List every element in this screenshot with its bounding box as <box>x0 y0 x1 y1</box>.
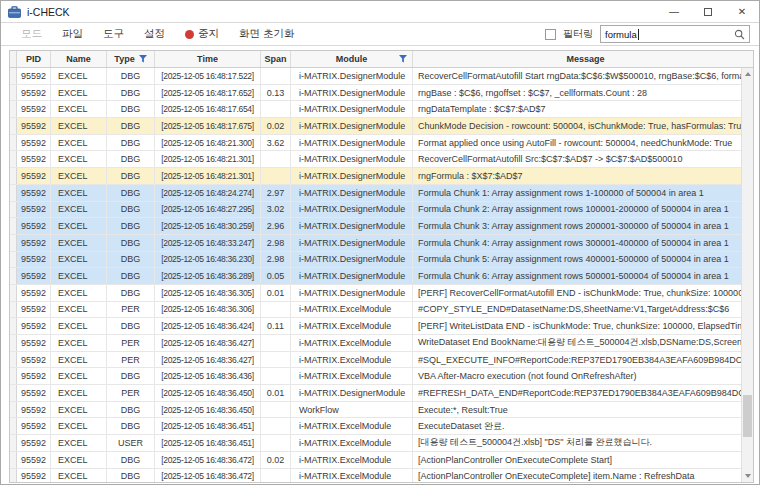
scroll-down-icon[interactable] <box>742 470 753 482</box>
cell-pid: 95592 <box>17 335 51 351</box>
row-indicator <box>10 235 17 251</box>
module-filter-icon[interactable] <box>399 55 407 63</box>
log-row[interactable]: 95592 EXCEL PER [2025-12-05 16:48:36.306… <box>10 302 741 319</box>
column-header-pid[interactable]: PID <box>17 51 51 67</box>
menu-item-stop[interactable]: 중지 <box>175 24 229 44</box>
filter-checkbox[interactable] <box>545 29 556 40</box>
cell-message: Format applied once using AutoFill - row… <box>413 135 741 151</box>
cell-module: i-MATRIX.ExcelModule <box>291 352 413 368</box>
cell-type: DBG <box>107 252 155 268</box>
cell-time: [2025-12-05 16:48:21.301] <box>155 151 261 167</box>
cell-type: USER <box>107 435 155 451</box>
log-row[interactable]: 95592 EXCEL DBG [2025-12-05 16:48:36.305… <box>10 285 741 302</box>
cell-time: [2025-12-05 16:48:36.305] <box>155 285 261 301</box>
log-row[interactable]: 95592 EXCEL DBG [2025-12-05 16:48:36.451… <box>10 418 741 435</box>
log-row[interactable]: 95592 EXCEL DBG [2025-12-05 16:48:21.301… <box>10 168 741 185</box>
row-indicator <box>10 68 17 84</box>
cell-pid: 95592 <box>17 302 51 318</box>
log-row[interactable]: 95592 EXCEL DBG [2025-12-05 16:48:33.247… <box>10 235 741 252</box>
cell-name: EXCEL <box>51 252 107 268</box>
cell-name: EXCEL <box>51 135 107 151</box>
cell-span <box>261 352 291 368</box>
cell-type: DBG <box>107 202 155 218</box>
cell-time: [2025-12-05 16:48:33.247] <box>155 235 261 251</box>
log-row[interactable]: 95592 EXCEL DBG [2025-12-05 16:48:36.436… <box>10 368 741 385</box>
row-indicator <box>10 368 17 384</box>
log-row[interactable]: 95592 EXCEL DBG [2025-12-05 16:48:36.472… <box>10 452 741 469</box>
cell-time: [2025-12-05 16:48:36.451] <box>155 435 261 451</box>
row-indicator <box>10 202 17 218</box>
log-row[interactable]: 95592 EXCEL PER [2025-12-05 16:48:36.450… <box>10 385 741 402</box>
column-header-time[interactable]: Time <box>155 51 261 67</box>
log-row[interactable]: 95592 EXCEL DBG [2025-12-05 16:48:24.274… <box>10 185 741 202</box>
column-header-type[interactable]: Type <box>107 51 155 67</box>
column-header-name[interactable]: Name <box>51 51 107 67</box>
cell-module: i-MATRIX.ExcelModule <box>291 452 413 468</box>
cell-module: i-MATRIX.ExcelModule <box>291 418 413 434</box>
menu-item-tools[interactable]: 도구 <box>93 24 134 44</box>
cell-name: EXCEL <box>51 268 107 284</box>
cell-name: EXCEL <box>51 235 107 251</box>
menu-item-reset-screen[interactable]: 화면 초기화 <box>229 24 304 44</box>
maximize-button[interactable] <box>691 1 725 22</box>
column-header-message[interactable]: Message <box>413 51 753 67</box>
log-row[interactable]: 95592 EXCEL USER [2025-12-05 16:48:36.45… <box>10 435 741 452</box>
log-row[interactable]: 95592 EXCEL DBG [2025-12-05 16:48:17.675… <box>10 118 741 135</box>
cell-span: 0.11 <box>261 318 291 334</box>
cell-time: [2025-12-05 16:48:36.450] <box>155 402 261 418</box>
row-indicator <box>10 452 17 468</box>
cell-time: [2025-12-05 16:48:36.450] <box>155 385 261 401</box>
cell-pid: 95592 <box>17 168 51 184</box>
cell-span: 2.98 <box>261 235 291 251</box>
cell-name: EXCEL <box>51 435 107 451</box>
cell-message: RecoverCellFormatAutofill Src:$C$7:$AD$7… <box>413 151 741 167</box>
minimize-button[interactable]: — <box>657 1 691 22</box>
cell-name: EXCEL <box>51 202 107 218</box>
column-header-module[interactable]: Module <box>291 51 413 67</box>
log-row[interactable]: 95592 EXCEL DBG [2025-12-05 16:48:36.289… <box>10 268 741 285</box>
cell-module: i-MATRIX.ExcelModule <box>291 335 413 351</box>
cell-message: rngDataTemplate : $C$7:$AD$7 <box>413 101 741 117</box>
cell-time: [2025-12-05 16:48:17.522] <box>155 68 261 84</box>
cell-span <box>261 151 291 167</box>
cell-type: DBG <box>107 368 155 384</box>
log-row[interactable]: 95592 EXCEL PER [2025-12-05 16:48:36.427… <box>10 352 741 369</box>
cell-span: 2.98 <box>261 252 291 268</box>
log-row[interactable]: 95592 EXCEL DBG [2025-12-05 16:48:30.259… <box>10 218 741 235</box>
log-row[interactable]: 95592 EXCEL DBG [2025-12-05 16:48:36.424… <box>10 318 741 335</box>
menu-item-stop-label: 중지 <box>198 27 219 41</box>
cell-module: i-MATRIX.ExcelModule <box>291 368 413 384</box>
log-row[interactable]: 95592 EXCEL DBG [2025-12-05 16:48:36.472… <box>10 469 741 483</box>
search-input[interactable]: formula <box>600 25 750 43</box>
cell-module: i-MATRIX.DesignerModule <box>291 101 413 117</box>
cell-pid: 95592 <box>17 452 51 468</box>
cell-time: [2025-12-05 16:48:24.274] <box>155 185 261 201</box>
log-row[interactable]: 95592 EXCEL DBG [2025-12-05 16:48:36.230… <box>10 252 741 269</box>
scroll-up-icon[interactable] <box>742 68 753 80</box>
menu-item-file[interactable]: 파일 <box>52 24 93 44</box>
search-icon[interactable] <box>734 29 745 40</box>
cell-message: #COPY_STYLE_END#DatasetName:DS,SheetName… <box>413 302 741 318</box>
cell-module: i-MATRIX.DesignerModule <box>291 135 413 151</box>
cell-time: [2025-12-05 16:48:36.472] <box>155 452 261 468</box>
menu-item-settings[interactable]: 설정 <box>134 24 175 44</box>
log-row[interactable]: 95592 EXCEL DBG [2025-12-05 16:48:27.295… <box>10 202 741 219</box>
cell-span: 0.01 <box>261 385 291 401</box>
log-row[interactable]: 95592 EXCEL DBG [2025-12-05 16:48:17.654… <box>10 101 741 118</box>
cell-message: [대용량 테스트_500004건.xlsb] "DS" 처리를 완료했습니다. <box>413 435 741 451</box>
log-row[interactable]: 95592 EXCEL DBG [2025-12-05 16:48:17.522… <box>10 68 741 85</box>
scrollbar-thumb[interactable] <box>743 395 752 437</box>
row-indicator <box>10 252 17 268</box>
type-filter-icon[interactable] <box>139 55 147 63</box>
log-row[interactable]: 95592 EXCEL DBG [2025-12-05 16:48:36.450… <box>10 402 741 419</box>
log-row[interactable]: 95592 EXCEL PER [2025-12-05 16:48:36.427… <box>10 335 741 352</box>
vertical-scrollbar[interactable] <box>741 68 753 482</box>
log-row[interactable]: 95592 EXCEL DBG [2025-12-05 16:48:21.301… <box>10 151 741 168</box>
filter-checkbox-label: 필터링 <box>563 27 593 41</box>
cell-type: DBG <box>107 235 155 251</box>
cell-span <box>261 418 291 434</box>
column-header-span[interactable]: Span <box>261 51 291 67</box>
log-row[interactable]: 95592 EXCEL DBG [2025-12-05 16:48:21.300… <box>10 135 741 152</box>
close-button[interactable]: ✕ <box>725 1 759 22</box>
log-row[interactable]: 95592 EXCEL DBG [2025-12-05 16:48:17.652… <box>10 85 741 102</box>
